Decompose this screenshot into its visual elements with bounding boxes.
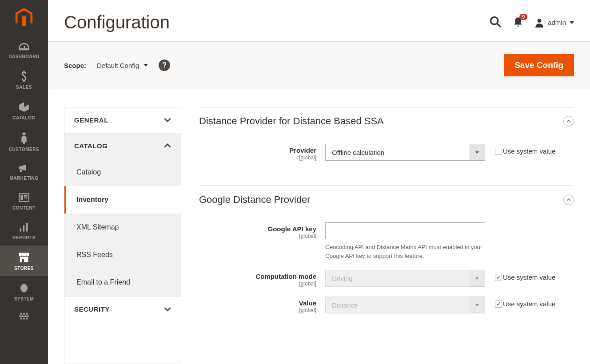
svg-point-15 [491,17,498,24]
config-item-email-friend[interactable]: Email to a Friend [64,269,181,296]
field-google-api-key: Google API key [global] Geocoding API an… [199,222,574,260]
nav-label: SYSTEM [14,297,34,301]
nav-partners[interactable] [0,307,48,323]
help-icon[interactable]: ? [159,59,170,71]
nav-reports[interactable]: REPORTS [0,216,48,245]
config-item-inventory[interactable]: Inventory [64,186,181,214]
use-system-label: Use system value [503,300,555,308]
field-scope: [global] [199,281,316,287]
chevron-up-icon [164,142,171,150]
config-group-header[interactable]: GENERAL [64,107,181,133]
google-api-key-input[interactable] [325,222,485,239]
nav-dashboard[interactable]: DASHBOARD [0,36,48,64]
field-note: Geocoding API and Distance Matrix API mu… [325,243,485,260]
provider-select[interactable]: Offline calculation [325,144,470,161]
config-group-header[interactable]: SECURITY [64,297,181,322]
config-group-label: SECURITY [74,305,110,313]
scope-value: Default Config [97,62,139,69]
config-item-catalog[interactable]: Catalog [64,158,181,186]
use-system-checkbox[interactable] [495,274,502,281]
field-provider: Provider [global] Offline calculation Us… [199,144,574,161]
svg-rect-5 [20,228,21,231]
svg-rect-6 [23,225,25,231]
field-label: Computation mode [255,273,316,280]
config-group-label: CATALOG [74,142,108,150]
use-system-checkbox[interactable] [495,301,502,308]
notification-badge: 9 [519,14,527,20]
config-item-xml-sitemap[interactable]: XML Sitemap [64,214,181,241]
computation-mode-select: Driving [325,270,470,287]
field-scope: [global] [199,154,316,161]
svg-point-17 [538,19,542,23]
svg-point-0 [23,132,26,135]
field-label: Google API key [268,225,316,233]
svg-rect-9 [23,313,25,314]
chevron-down-icon [144,64,148,67]
field-label: Value [299,299,316,307]
notifications-icon[interactable]: 9 [513,16,523,29]
dropdown-arrow-icon [470,297,485,313]
svg-rect-2 [20,195,23,200]
svg-rect-12 [20,318,22,319]
nav-label: CUSTOMERS [9,147,39,152]
user-menu[interactable]: admin [534,18,574,28]
svg-rect-7 [26,223,28,231]
svg-rect-14 [26,318,28,319]
chevron-down-icon [164,306,171,313]
scope-label: Scope: [64,62,86,69]
nav-sales[interactable]: SALES [0,64,48,95]
search-icon[interactable] [489,16,502,30]
use-system-label: Use system value [503,147,555,155]
save-config-button[interactable]: Save Config [504,54,574,76]
nav-customers[interactable]: CUSTOMERS [0,126,48,157]
dropdown-arrow-icon [470,270,485,287]
svg-rect-10 [26,313,28,314]
value-select: Distance [325,297,470,313]
nav-catalog[interactable]: CATALOG [0,95,48,126]
magento-logo[interactable] [0,0,48,36]
svg-rect-4 [24,198,28,198]
nav-content[interactable]: CONTENT [0,186,48,216]
config-group-header[interactable]: CATALOG [64,133,181,158]
scope-select[interactable]: Default Config [97,62,148,69]
page-header: Configuration 9 admin [48,0,590,41]
nav-label: SALES [16,85,32,90]
config-group-catalog: CATALOG Catalog Inventory XML Sitemap RS… [64,133,181,297]
page-title: Configuration [64,12,170,32]
config-group-general: GENERAL [64,107,181,133]
collapse-icon [563,116,574,127]
nav-system[interactable]: SYSTEM [0,276,48,307]
use-system-label: Use system value [503,273,555,281]
fieldset-header[interactable]: Google Distance Provider [199,186,574,214]
form-panel: Distance Provider for Distance Based SSA… [199,107,574,364]
config-group-security: SECURITY [64,297,181,322]
chevron-down-icon [164,117,171,124]
field-scope: [global] [199,233,316,239]
nav-label: CATALOG [12,115,35,120]
field-computation-mode: Computation mode [global] Driving Use sy… [199,270,574,287]
nav-label: MARKETING [9,176,38,181]
nav-label: REPORTS [12,235,36,240]
fieldset-title: Distance Provider for Distance Based SSA [199,115,384,127]
nav-stores[interactable]: STORES [0,245,48,276]
config-item-rss-feeds[interactable]: RSS Feeds [64,241,181,269]
dropdown-arrow-icon [470,144,485,161]
config-nav: GENERAL CATALOG Catalog Inventory XML Si… [64,107,181,364]
scope-bar: Scope: Default Config ? Save Config [48,41,590,89]
nav-marketing[interactable]: MARKETING [0,157,48,186]
fieldset-distance-provider: Distance Provider for Distance Based SSA… [199,107,574,184]
fieldset-header[interactable]: Distance Provider for Distance Based SSA [199,107,574,135]
fieldset-title: Google Distance Provider [199,194,311,206]
use-system-checkbox[interactable] [495,148,502,155]
svg-rect-8 [20,313,22,314]
config-group-label: GENERAL [74,116,108,124]
svg-rect-11 [19,316,29,317]
user-label: admin [548,19,566,26]
nav-label: STORES [14,266,34,271]
svg-rect-3 [24,195,28,197]
svg-rect-13 [23,318,25,319]
field-scope: [global] [199,307,316,313]
chevron-down-icon [570,21,574,24]
fieldset-google-provider: Google Distance Provider Google API key … [199,186,574,336]
nav-label: CONTENT [12,206,36,210]
